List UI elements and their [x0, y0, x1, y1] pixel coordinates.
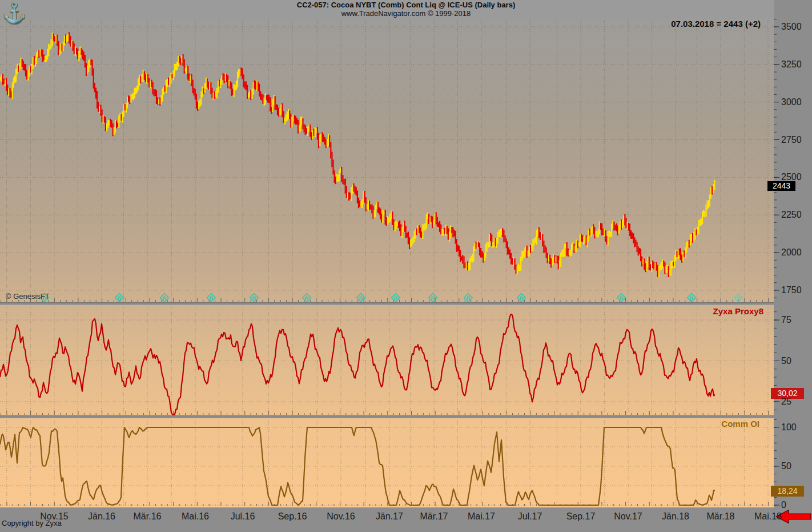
y-tick-label: 0 [781, 500, 786, 510]
y-tick-label: 3500 [781, 22, 802, 32]
svg-text:R: R [210, 295, 214, 301]
svg-text:R: R [620, 295, 624, 301]
x-tick-label: Sep.17 [566, 511, 596, 522]
svg-text:R: R [359, 295, 363, 301]
x-tick-label: Jul.17 [518, 511, 542, 522]
svg-text:?: ? [737, 295, 740, 301]
cursor-date-value-readout: 07.03.2018 = 2443 (+2) [671, 19, 761, 29]
last-price-badge: 2443 [767, 181, 795, 191]
y-tick-label: 25 [781, 397, 791, 407]
x-tick-label: Jän.16 [88, 511, 115, 522]
svg-text:R: R [431, 295, 435, 301]
y-tick-label: 100 [781, 422, 797, 433]
svg-text:R: R [163, 295, 167, 301]
y-tick-label: 2250 [781, 210, 802, 220]
x-tick-label: Sep.16 [278, 511, 307, 522]
svg-text:R: R [690, 295, 694, 301]
y-tick-label: 50 [781, 461, 791, 471]
proxy8-line-series [0, 314, 715, 415]
chart-canvas[interactable]: RRRRRRRRRRRRR? [0, 0, 812, 532]
comm-oi-value-badge: 18,24 [771, 486, 804, 497]
y-tick-label: 50 [781, 356, 791, 366]
x-tick-label: Jän.18 [662, 511, 689, 522]
y-tick-label: 1750 [781, 285, 802, 295]
y-tick-label: 2500 [781, 172, 802, 182]
x-tick-label: Mai.17 [468, 511, 495, 522]
y-tick-label: 2000 [781, 247, 802, 258]
price-bars-series [0, 32, 715, 277]
comm-oi-panel-title[interactable]: Comm OI [721, 419, 759, 429]
svg-text:R: R [394, 295, 398, 301]
x-tick-label: Mär.16 [134, 511, 162, 522]
svg-text:R: R [305, 295, 309, 301]
x-tick-label: Mär.18 [707, 511, 735, 522]
chart-title: CC2-057: Cocoa NYBT (Comb) Cont Liq @ IC… [0, 1, 812, 9]
x-tick-label: Nov.16 [327, 511, 355, 522]
x-tick-label: Jul.16 [231, 511, 255, 522]
x-tick-label: Nov.15 [40, 511, 69, 522]
vendor-url-label: www.TradeNavigator.com © 1999-2018 [0, 9, 812, 18]
genesisft-watermark: © GenesisFT [6, 292, 50, 301]
y-tick-label: 2750 [781, 135, 802, 145]
y-tick-label: 75 [781, 315, 791, 325]
x-tick-label: Mai.16 [182, 511, 209, 522]
x-tick-label: Jän.17 [376, 511, 403, 522]
proxy8-panel-title[interactable]: Zyxa Proxy8 [713, 306, 763, 316]
svg-text:R: R [520, 295, 524, 301]
y-tick-label: 3250 [781, 59, 802, 70]
x-tick-label: Nov.17 [614, 511, 642, 522]
y-tick-label: 3000 [781, 97, 802, 107]
x-tick-label: Mär.17 [420, 511, 448, 522]
trade-navigator-window: { "header":{ "symbol_title":"CC2-057: Co… [0, 0, 812, 532]
svg-text:R: R [118, 295, 122, 301]
x-tick-label: Mai.18 [754, 511, 782, 522]
svg-text:R: R [252, 295, 256, 301]
svg-text:R: R [467, 295, 471, 301]
